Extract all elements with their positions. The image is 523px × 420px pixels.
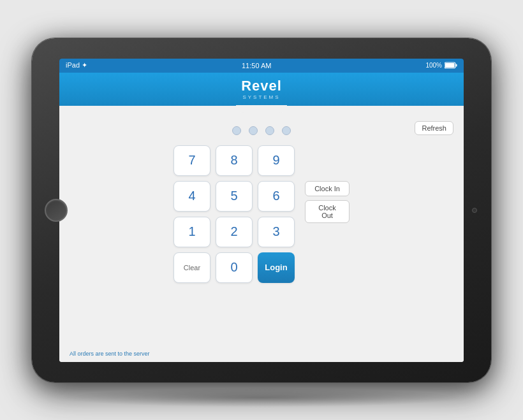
camera-dot [472,208,477,213]
key-login[interactable]: Login [258,252,295,283]
main-content: Refresh 7 8 9 4 [59,113,464,362]
key-8[interactable]: 8 [216,145,253,176]
status-right: 100% [425,62,457,69]
ipad-device: iPad ✦ 11:50 AM 100% [32,38,491,382]
key-7[interactable]: 7 [173,145,210,176]
key-6[interactable]: 6 [258,181,295,212]
bottom-status: All orders are sent to the server [70,351,150,357]
status-bar: iPad ✦ 11:50 AM 100% [59,59,464,73]
battery-icon [445,62,457,69]
refresh-button[interactable]: Refresh [415,121,453,135]
side-buttons: Clock In Clock Out [305,181,350,223]
app-header: Revel SYSTEMS [59,73,464,106]
key-5[interactable]: 5 [216,181,253,212]
pin-dot-4 [282,126,291,135]
keypad: 7 8 9 4 5 6 1 2 3 Clear 0 Login [173,145,295,283]
key-2[interactable]: 2 [216,217,253,247]
ipad-label: iPad ✦ [66,61,87,69]
ipad-shadow [57,388,466,407]
screen-bezel: iPad ✦ 11:50 AM 100% [59,59,464,362]
key-clear[interactable]: Clear [173,252,210,283]
status-time: 11:50 AM [242,62,271,69]
clock-out-button[interactable]: Clock Out [305,200,350,223]
key-4[interactable]: 4 [173,181,210,212]
pin-dot-3 [265,126,274,135]
key-3[interactable]: 3 [258,217,295,247]
app-logo: Revel SYSTEMS [241,78,282,100]
app-screen: Revel SYSTEMS Refresh [59,73,464,362]
home-button[interactable] [45,199,68,222]
clock-in-button[interactable]: Clock In [305,181,350,196]
header-tab [236,105,287,113]
pin-dot-2 [249,126,258,135]
key-0[interactable]: 0 [216,252,253,283]
status-left: iPad ✦ [66,61,87,69]
battery-text: 100% [425,62,442,69]
key-9[interactable]: 9 [258,145,295,176]
pin-dot-1 [232,126,241,135]
scene: iPad ✦ 11:50 AM 100% [0,0,523,420]
pin-dots [70,126,453,135]
svg-rect-2 [445,63,455,68]
logo-revel: Revel [241,78,282,94]
key-1[interactable]: 1 [173,217,210,247]
logo-systems: SYSTEMS [241,94,282,100]
keypad-area: 7 8 9 4 5 6 1 2 3 Clear 0 Login [70,145,453,283]
svg-rect-1 [455,64,457,67]
